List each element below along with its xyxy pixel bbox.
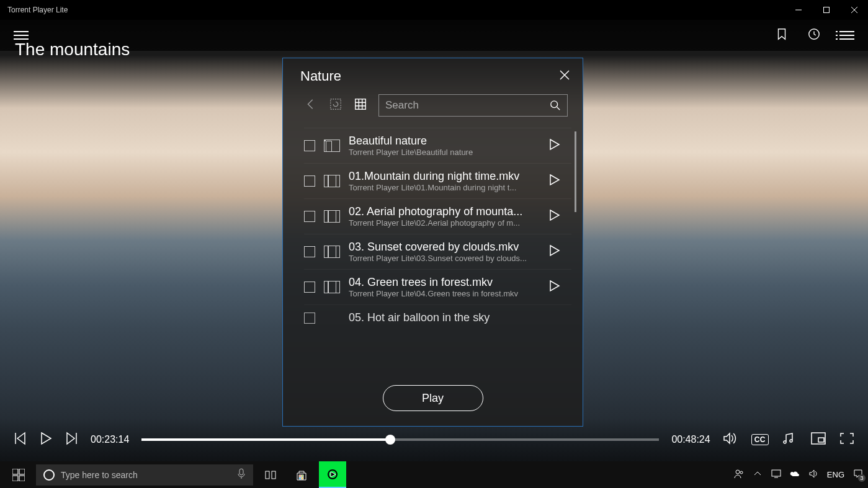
mic-icon[interactable] [237,468,246,481]
minimize-button[interactable] [784,0,812,20]
next-track-button[interactable] [66,432,78,448]
history-icon[interactable] [807,27,821,43]
playlist-search[interactable] [378,94,568,117]
app-taskbar-icon[interactable] [319,461,346,488]
svg-rect-13 [272,471,275,479]
app-header [0,20,868,51]
item-play-button[interactable] [549,209,571,224]
svg-point-20 [740,471,743,474]
playlist-item[interactable]: Beautiful nature Torrent Player Lite\Bea… [304,128,571,163]
item-path: Torrent Player Lite\02.Aerial photograph… [349,218,540,228]
media-icon [324,281,340,293]
item-play-button[interactable] [549,280,571,295]
svg-rect-9 [12,476,18,481]
search-input[interactable] [385,99,550,112]
volume-button[interactable] [723,432,738,447]
item-title: 02. Aerial photography of mounta... [349,205,540,218]
svg-point-4 [551,101,558,108]
audio-track-button[interactable] [782,432,797,447]
item-title: Beautiful nature [349,135,540,148]
playlist-item[interactable]: 01.Mountain during night time.mkv Torren… [304,163,571,198]
playlist-panel: Nature Beautiful nature Torrent Player L… [282,58,583,427]
item-path: Torrent Player Lite\04.Green trees in fo… [349,289,540,298]
onedrive-icon[interactable] [790,469,800,481]
tray-volume-icon[interactable] [808,469,818,481]
pip-button[interactable] [811,432,826,447]
media-icon [324,175,340,187]
close-button[interactable] [840,0,868,20]
seek-bar[interactable] [141,438,659,441]
svg-rect-8 [19,469,25,474]
item-checkbox[interactable] [304,282,315,293]
play-all-button[interactable]: Play [383,385,483,411]
action-center-icon[interactable] [853,469,863,481]
tray-chevron-icon[interactable] [753,469,763,481]
start-button[interactable] [5,461,32,488]
store-icon[interactable] [288,461,315,488]
svg-rect-2 [331,99,341,110]
svg-rect-15 [302,475,303,477]
item-path: Torrent Player Lite\Beautiful nature [349,148,540,157]
menu-button[interactable] [14,31,29,40]
taskbar-search-placeholder: Type here to search [61,470,138,480]
prev-track-button[interactable] [14,432,26,448]
item-title: 03. Sunset covered by clouds.mkv [349,241,540,254]
item-path: Torrent Player Lite\03.Sunset covered by… [349,254,540,263]
video-title: The mountains [15,40,130,60]
cast-icon[interactable] [771,469,781,481]
duration: 00:48:24 [671,434,710,445]
svg-rect-11 [239,469,243,475]
playlist-items: Beautiful nature Torrent Player Lite\Bea… [283,125,583,373]
item-checkbox[interactable] [304,313,315,324]
window-title: Torrent Player Lite [7,6,784,14]
item-play-button[interactable] [549,174,571,189]
svg-rect-12 [266,471,269,479]
playlist-item[interactable]: 04. Green trees in forest.mkv Torrent Pl… [304,269,571,304]
back-button[interactable] [304,97,318,113]
play-pause-button[interactable] [40,432,52,448]
refresh-selection-button[interactable] [329,97,342,113]
svg-point-19 [736,470,740,474]
svg-rect-16 [299,477,301,479]
playlist-item[interactable]: 02. Aerial photography of mounta... Torr… [304,198,571,234]
playlist-item[interactable]: 03. Sunset covered by clouds.mkv Torrent… [304,234,571,269]
task-view-button[interactable] [257,461,284,488]
item-checkbox[interactable] [304,140,315,151]
bookmark-icon[interactable] [775,27,789,43]
media-icon [324,246,340,258]
item-checkbox[interactable] [304,211,315,222]
search-icon [550,100,561,111]
svg-rect-0 [823,7,829,13]
window-titlebar: Torrent Player Lite [0,0,868,20]
current-time: 00:23:14 [91,434,129,445]
svg-rect-3 [356,99,366,110]
playlist-scrollbar[interactable] [575,131,576,212]
playlist-close-button[interactable] [559,69,570,83]
item-title: 01.Mountain during night time.mkv [349,170,540,183]
grid-view-button[interactable] [354,97,367,113]
item-play-button[interactable] [549,244,571,259]
item-title: 05. Hot air balloon in the sky [349,311,571,324]
svg-rect-10 [19,476,25,481]
svg-rect-6 [818,438,824,442]
captions-button[interactable]: CC [751,434,769,445]
language-indicator[interactable]: ENG [827,470,844,479]
fullscreen-button[interactable] [839,432,854,447]
people-icon[interactable] [734,469,744,481]
taskbar-search[interactable]: Type here to search [36,464,253,486]
item-checkbox[interactable] [304,175,315,187]
svg-rect-17 [302,477,303,479]
playlist-item[interactable]: 05. Hot air balloon in the sky [304,304,571,331]
seek-thumb[interactable] [385,435,395,445]
item-checkbox[interactable] [304,246,315,257]
playlist-title: Nature [300,68,341,84]
item-play-button[interactable] [549,138,571,153]
windows-taskbar: Type here to search ENG [0,461,868,488]
media-icon [324,210,340,223]
item-path: Torrent Player Lite\01.Mountain during n… [349,183,540,192]
cortana-icon [43,469,55,481]
svg-rect-21 [772,470,781,476]
maximize-button[interactable] [812,0,840,20]
svg-rect-14 [299,475,301,477]
playlist-toggle-button[interactable] [839,31,854,40]
